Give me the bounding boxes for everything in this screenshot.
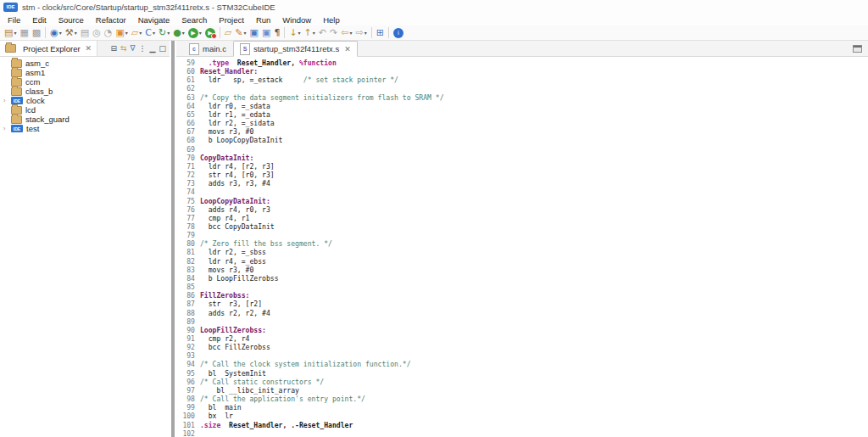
tree-item-asm_c[interactable]: asm_c [0, 59, 170, 68]
tree-item-label: class_b [25, 87, 53, 96]
code-text: str r3, [r2] [200, 300, 262, 308]
close-icon[interactable]: ✕ [86, 44, 92, 53]
code-line: 84 b LoopFillZerobss [176, 274, 868, 283]
search-flashlight-icon[interactable]: ✎▾ [234, 26, 247, 39]
line-number: 93 [176, 351, 200, 360]
code-text: FillZerobss: [200, 291, 249, 300]
redo-edit-icon[interactable]: ↷ [329, 26, 338, 39]
minimize-icon[interactable]: ▁ [150, 42, 156, 54]
editor-tab-main.c[interactable]: cmain.c [182, 41, 233, 57]
code-line: 101.size Reset_Handler, .-Reset_Handler [176, 421, 868, 429]
line-number: 90 [176, 326, 200, 334]
explorer-toolbar: ⊟⇆∇⋮▁□ [110, 42, 170, 54]
menu-run[interactable]: Run [250, 15, 276, 25]
line-number: 81 [176, 248, 200, 256]
menu-search[interactable]: Search [175, 15, 213, 25]
toolbar-separator [284, 27, 285, 38]
project-tree[interactable]: asm_casm1ccmclass_b›IDEclocklcdstack_gua… [0, 57, 170, 437]
menu-edit[interactable]: Edit [26, 15, 52, 25]
line-number: 83 [176, 266, 200, 274]
show-whitespace-icon[interactable]: ¶ [273, 26, 281, 39]
code-line: 63/* Copy the data segment initializers … [176, 93, 868, 102]
menu-navigate[interactable]: Navigate [132, 15, 176, 25]
chevron-down-icon: ▾ [167, 30, 170, 36]
open-perspective-icon[interactable]: ⊞ [376, 26, 385, 39]
forward-icon[interactable]: ⇨▾ [355, 26, 368, 39]
menu-help[interactable]: Help [317, 15, 346, 25]
console-icon[interactable]: ▣ [261, 26, 271, 39]
editor-tab-startup_stm32f411retx.s[interactable]: Sstartup_stm32f411retx.s✕ [233, 41, 358, 57]
refresh-icon[interactable]: ↻▾ [158, 26, 170, 39]
view-menu-icon[interactable]: ⋮ [139, 42, 147, 54]
file-type-icon: S [240, 43, 250, 55]
code-line: 83 movs r3, #0 [176, 266, 868, 274]
line-number: 74 [176, 188, 200, 196]
tree-item-class_b[interactable]: class_b [0, 87, 170, 96]
code-line: 90LoopFillZerobss: [176, 326, 868, 334]
tree-item-stack_guard[interactable]: stack_guard [0, 115, 170, 124]
code-line: 75LoopCopyDataInit: [176, 197, 868, 205]
line-number: 79 [176, 231, 200, 239]
link-with-editor-icon[interactable]: ⇆ [120, 42, 127, 54]
line-number: 71 [176, 162, 200, 171]
new-project-icon[interactable]: ▱▾ [131, 26, 142, 39]
tree-item-clock[interactable]: ›IDEclock [0, 96, 170, 105]
menu-file[interactable]: File [2, 15, 26, 25]
minimize-editor-icon[interactable] [853, 45, 862, 53]
save-all-icon[interactable]: ▩ [31, 26, 42, 39]
tree-item-lcd[interactable]: lcd [0, 105, 170, 115]
device-configuration-icon[interactable]: ◉▾ [49, 26, 63, 39]
tree-item-label: clock [26, 96, 45, 105]
line-number: 87 [176, 300, 200, 308]
explorer-editor-sash[interactable] [170, 41, 176, 437]
undo-edit-icon[interactable]: ↶ [318, 26, 327, 39]
menu-window[interactable]: Window [276, 15, 317, 25]
menu-refactor[interactable]: Refactor [90, 15, 132, 25]
import-icon[interactable]: ▱ [224, 26, 232, 39]
new-stm32-project-icon[interactable]: ▣▾ [114, 26, 128, 39]
code-line: 100 bx lr [176, 412, 868, 420]
binary-file-icon[interactable]: ▤ [80, 26, 90, 39]
line-number: 60 [176, 67, 200, 76]
tree-item-ccm[interactable]: ccm [0, 77, 170, 87]
line-number: 102 [176, 429, 200, 437]
chevron-right-icon[interactable]: › [3, 126, 11, 132]
next-annotation-icon[interactable]: ↓▾ [288, 26, 301, 39]
code-line: 98/* Call the application's entry point.… [176, 395, 868, 403]
menu-source[interactable]: Source [53, 15, 90, 25]
code-line: 71 ldr r4, [r2, r3] [176, 162, 868, 171]
save-icon[interactable]: ▦ [19, 26, 29, 39]
filter-icon[interactable]: ∇ [131, 42, 136, 54]
code-editor[interactable]: 59 .type Reset_Handler, %function60Reset… [176, 57, 868, 437]
new-wizard-icon[interactable]: ▤▾ [3, 26, 17, 39]
code-line: 80/* Zero fill the bss segment. */ [176, 239, 868, 248]
info-icon[interactable]: i [392, 26, 404, 39]
debug-icon[interactable]: ●▾ [172, 26, 186, 39]
code-text: ldr r2, =_sbss [200, 248, 266, 256]
code-text: adds r3, r3, #4 [200, 179, 270, 188]
profile-icon[interactable]: ▶ [204, 26, 216, 39]
menu-project[interactable]: Project [213, 15, 250, 25]
run-icon[interactable]: ▶▾ [187, 26, 203, 39]
code-text: /* Call static constructors */ [200, 378, 324, 386]
maximize-icon[interactable]: □ [159, 42, 166, 54]
collapse-all-icon[interactable]: ⊟ [110, 42, 117, 54]
tab-project-explorer[interactable]: Project Explorer ✕ [0, 41, 97, 56]
code-text: /* Zero fill the bss segment. */ [200, 239, 332, 248]
previous-annotation-icon[interactable]: ↑▾ [303, 26, 316, 39]
code-line: 65 ldr r1, =_edata [176, 110, 868, 119]
line-number: 84 [176, 274, 200, 283]
tree-item-asm1[interactable]: asm1 [0, 68, 170, 77]
search-icon[interactable]: ◎ [92, 26, 102, 39]
line-number: 69 [176, 145, 200, 154]
back-icon[interactable]: ⇦▾ [340, 26, 353, 39]
tree-item-test[interactable]: ›IDEtest [0, 124, 170, 133]
close-icon[interactable]: ✕ [344, 45, 351, 53]
build-icon[interactable]: ⚒▾ [64, 26, 78, 39]
chevron-right-icon[interactable]: › [3, 98, 11, 104]
power-icon[interactable]: ◔ [103, 26, 114, 39]
new-c-file-icon[interactable]: C▾ [144, 26, 156, 39]
folder-icon [11, 87, 22, 96]
toggle-window-icon[interactable]: ▣ [249, 26, 259, 39]
titlebar: IDE stm - clock/src/Core/Startup/startup… [0, 0, 868, 14]
